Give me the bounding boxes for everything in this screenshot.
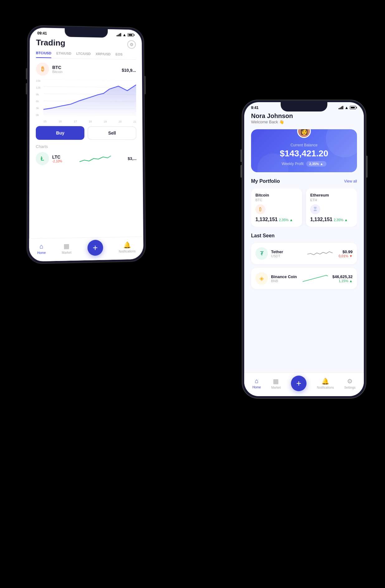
battery-icon bbox=[350, 106, 357, 109]
add-button[interactable]: + bbox=[291, 376, 307, 391]
ltc-row: Ł LTC -2,10% $3,... bbox=[36, 152, 137, 165]
volume-up-button[interactable] bbox=[26, 68, 27, 79]
portfolio-cards: Bitcoin BTC ₿ 1,132,151 2,35% ▲ Ethereum… bbox=[251, 188, 357, 227]
ltc-change: -2,10% bbox=[52, 159, 62, 163]
notifications-icon: 🔔 bbox=[321, 377, 329, 385]
volume-up-button[interactable] bbox=[240, 149, 242, 162]
svg-line-0 bbox=[44, 79, 136, 81]
price-chart: 15k12k9k6k3k0k bbox=[36, 79, 136, 123]
ltc-name: LTC bbox=[52, 154, 62, 159]
balance-amount: $143,421.20 bbox=[257, 149, 351, 159]
signal-icon bbox=[339, 106, 343, 109]
tab-ltcusd[interactable]: LTC/USD bbox=[76, 52, 91, 59]
profit-badge: 2,35% ▲ bbox=[306, 161, 326, 167]
nav-notifications-label: Notifications bbox=[119, 249, 135, 253]
btc-icon: ₿ bbox=[36, 63, 49, 76]
bnb-icon: ◈ bbox=[255, 272, 268, 285]
last-seen-title: Last Seen bbox=[251, 233, 357, 239]
time: 09:41 bbox=[37, 31, 47, 35]
settings-icon: ⚙ bbox=[347, 377, 353, 385]
portfolio-screen: Nora Johnson Welcome Back 👋 👩 Current Ba… bbox=[244, 110, 364, 382]
screen-title: Trading bbox=[36, 38, 65, 48]
portfolio-header: My Portfolio View all bbox=[251, 178, 357, 184]
btc-card-name: Bitcoin bbox=[255, 193, 298, 197]
bnb-ticker: BNB bbox=[271, 279, 298, 283]
btc-fullname: Bitcoin bbox=[52, 70, 63, 74]
wifi-icon: ▲ bbox=[345, 105, 349, 110]
notch bbox=[65, 28, 108, 38]
svg-line-1 bbox=[44, 87, 136, 88]
bnb-change: 1,15% ▲ bbox=[332, 279, 353, 283]
front-phone: 9:41 ▲ Nora Johnson Welcome Ba bbox=[242, 100, 366, 399]
btc-price: $10,9... bbox=[122, 68, 136, 73]
tab-btcusd[interactable]: BTC/USD bbox=[36, 51, 51, 58]
add-button[interactable]: + bbox=[87, 239, 103, 256]
ethereum-card[interactable]: Ethereum ETH Ξ 1,132,151 2,35% ▲ bbox=[306, 188, 357, 227]
btc-card-icon: ₿ bbox=[255, 204, 265, 214]
volume-down-button[interactable] bbox=[240, 165, 242, 178]
wifi-icon: ▲ bbox=[122, 32, 126, 37]
tether-name: Tether bbox=[271, 249, 302, 254]
user-name: Nora Johnson bbox=[251, 112, 357, 120]
buy-button[interactable]: Buy bbox=[36, 126, 84, 140]
power-button[interactable] bbox=[145, 76, 146, 94]
market-icon: ▦ bbox=[273, 377, 279, 385]
market-icon: ▦ bbox=[64, 242, 69, 250]
btc-row: ₿ BTC Bitcoin $10,9... bbox=[36, 63, 136, 77]
home-icon: ⌂ bbox=[255, 377, 259, 385]
weekly-profit-row: Weekly Profit 2,35% ▲ bbox=[257, 161, 351, 167]
bitcoin-card[interactable]: Bitcoin BTC ₿ 1,132,151 2,35% ▲ bbox=[251, 188, 302, 227]
tab-eos[interactable]: EOS bbox=[116, 52, 123, 59]
btc-card-value: 1,132,151 bbox=[255, 217, 278, 222]
ltc-mini-chart bbox=[65, 152, 125, 165]
btc-name: BTC bbox=[52, 65, 63, 70]
settings-icon[interactable]: ⚙ bbox=[127, 40, 136, 49]
eth-card-name: Ethereum bbox=[310, 193, 353, 197]
tether-price-col: $0.99 0,01% ▼ bbox=[339, 249, 353, 258]
nav-home[interactable]: ⌂ Home bbox=[37, 243, 45, 255]
tether-info: Tether USDT bbox=[271, 249, 302, 258]
eth-card-icon: Ξ bbox=[310, 204, 320, 214]
bnb-item[interactable]: ◈ Binance Coin BNB $46,625,32 1,15% ▲ bbox=[251, 268, 357, 289]
balance-label: Current Balance bbox=[257, 143, 351, 147]
bnb-info: Binance Coin BNB bbox=[271, 274, 298, 283]
view-all-link[interactable]: View all bbox=[344, 179, 357, 183]
charts-label: Charts bbox=[36, 144, 136, 149]
trading-tabs: BTC/USD ETH/USD LTC/USD XRP/USD EOS bbox=[36, 51, 136, 60]
nav-market-label: Market bbox=[62, 251, 71, 254]
user-avatar: 👩 bbox=[297, 129, 311, 138]
nav-settings[interactable]: ⚙ Settings bbox=[344, 377, 355, 389]
bnb-price: $46,625,32 bbox=[332, 274, 353, 279]
bnb-name: Binance Coin bbox=[271, 274, 298, 279]
tether-price: $0.99 bbox=[339, 249, 353, 254]
nav-notifications-label: Notifications bbox=[317, 386, 334, 389]
tether-change: 0,01% ▼ bbox=[339, 254, 353, 258]
weekly-label: Weekly Profit bbox=[282, 162, 303, 166]
bnb-price-col: $46,625,32 1,15% ▲ bbox=[332, 274, 353, 283]
portfolio-title: My Portfolio bbox=[251, 178, 280, 184]
nav-home-label: Home bbox=[253, 386, 261, 389]
nav-notifications[interactable]: 🔔 Notifications bbox=[119, 241, 135, 253]
nav-home[interactable]: ⌂ Home bbox=[253, 377, 261, 389]
nav-notifications[interactable]: 🔔 Notifications bbox=[317, 377, 334, 389]
nav-market[interactable]: ▦ Market bbox=[62, 242, 71, 254]
volume-down-button[interactable] bbox=[26, 83, 27, 94]
nav-market[interactable]: ▦ Market bbox=[271, 377, 281, 389]
tether-item[interactable]: ₮ Tether USDT $0.99 0,01% ▼ bbox=[251, 243, 357, 264]
battery-icon bbox=[127, 33, 134, 37]
nav-market-label: Market bbox=[271, 386, 281, 389]
balance-card: 👩 Current Balance $143,421.20 Weekly Pro… bbox=[251, 129, 357, 172]
tether-icon: ₮ bbox=[255, 247, 268, 260]
tab-ethusd[interactable]: ETH/USD bbox=[56, 51, 71, 59]
bottom-nav: ⌂ Home ▦ Market + 🔔 Notifications bbox=[29, 236, 143, 262]
bottom-nav: ⌂ Home ▦ Market + 🔔 Notifications ⚙ Sett… bbox=[244, 372, 364, 396]
buy-sell-row: Buy Sell bbox=[36, 126, 136, 140]
chart-svg bbox=[43, 79, 136, 116]
home-icon: ⌂ bbox=[40, 243, 43, 250]
power-button[interactable] bbox=[366, 156, 368, 178]
eth-card-change: 2,35% ▲ bbox=[334, 218, 348, 222]
sell-button[interactable]: Sell bbox=[88, 126, 136, 140]
tether-ticker: USDT bbox=[271, 254, 302, 258]
tab-xrpusd[interactable]: XRP/USD bbox=[96, 52, 111, 59]
time: 9:41 bbox=[251, 106, 259, 110]
